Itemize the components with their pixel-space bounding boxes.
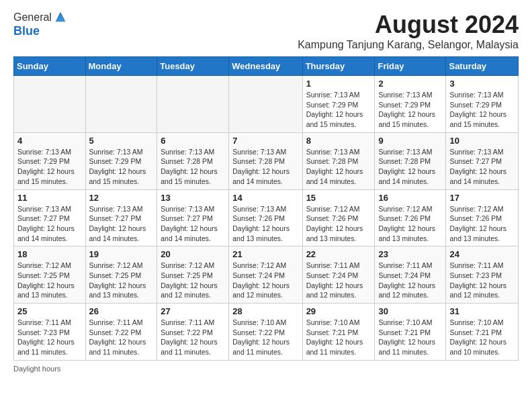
day-info: Sunrise: 7:12 AMSunset: 7:25 PMDaylight:… [17,261,82,300]
table-row: 21Sunrise: 7:12 AMSunset: 7:24 PMDayligh… [229,246,302,304]
calendar-week-row: 1Sunrise: 7:13 AMSunset: 7:29 PMDaylight… [14,76,519,133]
day-number: 6 [161,136,225,146]
day-number: 8 [306,136,371,146]
table-row: 29Sunrise: 7:10 AMSunset: 7:21 PMDayligh… [302,304,375,361]
table-row: 22Sunrise: 7:11 AMSunset: 7:24 PMDayligh… [302,246,375,304]
day-info: Sunrise: 7:13 AMSunset: 7:27 PMDaylight:… [161,204,225,244]
day-number: 5 [89,136,154,146]
day-info: Sunrise: 7:10 AMSunset: 7:21 PMDaylight:… [378,318,442,357]
day-info: Sunrise: 7:11 AMSunset: 7:22 PMDaylight:… [161,318,225,357]
table-row: 3Sunrise: 7:13 AMSunset: 7:29 PMDaylight… [446,76,519,133]
footer-note: Daylight hours [13,365,519,373]
table-row: 15Sunrise: 7:12 AMSunset: 7:26 PMDayligh… [302,189,375,246]
day-info: Sunrise: 7:12 AMSunset: 7:25 PMDaylight:… [89,261,154,300]
day-number: 1 [306,79,371,89]
col-wednesday: Wednesday [229,57,302,76]
day-info: Sunrise: 7:11 AMSunset: 7:24 PMDaylight:… [378,261,442,300]
day-info: Sunrise: 7:11 AMSunset: 7:22 PMDaylight:… [89,318,154,357]
day-info: Sunrise: 7:13 AMSunset: 7:28 PMDaylight:… [161,147,225,187]
table-row: 13Sunrise: 7:13 AMSunset: 7:27 PMDayligh… [157,189,229,246]
logo-icon [53,9,68,24]
calendar-subtitle: Kampung Tanjung Karang, Selangor, Malays… [298,39,519,51]
day-number: 16 [378,193,442,203]
table-row: 30Sunrise: 7:10 AMSunset: 7:21 PMDayligh… [375,304,446,361]
day-number: 4 [17,136,82,146]
day-info: Sunrise: 7:13 AMSunset: 7:29 PMDaylight:… [89,147,154,187]
calendar-week-row: 18Sunrise: 7:12 AMSunset: 7:25 PMDayligh… [14,246,519,304]
table-row: 31Sunrise: 7:10 AMSunset: 7:21 PMDayligh… [446,304,519,361]
day-number: 20 [161,249,225,259]
logo: General Blue [13,11,68,38]
table-row: 23Sunrise: 7:11 AMSunset: 7:24 PMDayligh… [375,246,446,304]
svg-marker-1 [56,14,66,21]
day-info: Sunrise: 7:12 AMSunset: 7:26 PMDaylight:… [306,204,371,244]
day-number: 18 [17,249,82,259]
day-info: Sunrise: 7:12 AMSunset: 7:26 PMDaylight:… [378,204,442,244]
calendar-title: August 2024 [298,11,519,39]
day-info: Sunrise: 7:13 AMSunset: 7:29 PMDaylight:… [378,90,442,130]
day-number: 22 [306,249,371,259]
table-row: 19Sunrise: 7:12 AMSunset: 7:25 PMDayligh… [85,246,157,304]
day-number: 14 [232,193,298,203]
table-row: 17Sunrise: 7:12 AMSunset: 7:26 PMDayligh… [446,189,519,246]
day-number: 28 [232,306,298,316]
day-number: 2 [378,79,442,89]
table-row: 24Sunrise: 7:11 AMSunset: 7:23 PMDayligh… [446,246,519,304]
col-friday: Friday [375,57,446,76]
calendar-week-row: 25Sunrise: 7:11 AMSunset: 7:23 PMDayligh… [14,304,519,361]
day-info: Sunrise: 7:10 AMSunset: 7:21 PMDaylight:… [306,318,371,357]
logo-general-text: General [13,11,52,24]
calendar-week-row: 11Sunrise: 7:13 AMSunset: 7:27 PMDayligh… [14,189,519,246]
day-info: Sunrise: 7:10 AMSunset: 7:22 PMDaylight:… [232,318,298,357]
day-number: 29 [306,306,371,316]
title-section: August 2024 Kampung Tanjung Karang, Sela… [298,11,519,51]
table-row: 2Sunrise: 7:13 AMSunset: 7:29 PMDaylight… [375,76,446,133]
table-row: 12Sunrise: 7:13 AMSunset: 7:27 PMDayligh… [85,189,157,246]
day-number: 30 [378,306,442,316]
day-info: Sunrise: 7:12 AMSunset: 7:25 PMDaylight:… [161,261,225,300]
day-number: 25 [17,306,82,316]
day-number: 15 [306,193,371,203]
day-number: 26 [89,306,154,316]
daylight-label: Daylight hours [13,365,60,373]
col-saturday: Saturday [446,57,519,76]
day-info: Sunrise: 7:10 AMSunset: 7:21 PMDaylight:… [449,318,515,357]
table-row: 7Sunrise: 7:13 AMSunset: 7:28 PMDaylight… [229,132,302,189]
table-row [14,76,86,133]
table-row: 8Sunrise: 7:13 AMSunset: 7:28 PMDaylight… [302,132,375,189]
table-row: 28Sunrise: 7:10 AMSunset: 7:22 PMDayligh… [229,304,302,361]
day-number: 7 [232,136,298,146]
col-tuesday: Tuesday [157,57,229,76]
calendar-week-row: 4Sunrise: 7:13 AMSunset: 7:29 PMDaylight… [14,132,519,189]
day-number: 23 [378,249,442,259]
day-info: Sunrise: 7:11 AMSunset: 7:23 PMDaylight:… [17,318,82,357]
day-number: 11 [17,193,82,203]
day-info: Sunrise: 7:13 AMSunset: 7:28 PMDaylight:… [306,147,371,187]
day-info: Sunrise: 7:13 AMSunset: 7:26 PMDaylight:… [232,204,298,244]
day-number: 17 [449,193,515,203]
day-number: 21 [232,249,298,259]
day-number: 3 [449,79,515,89]
day-info: Sunrise: 7:13 AMSunset: 7:28 PMDaylight:… [378,147,442,187]
table-row: 11Sunrise: 7:13 AMSunset: 7:27 PMDayligh… [14,189,86,246]
day-number: 9 [378,136,442,146]
table-row: 14Sunrise: 7:13 AMSunset: 7:26 PMDayligh… [229,189,302,246]
table-row: 20Sunrise: 7:12 AMSunset: 7:25 PMDayligh… [157,246,229,304]
day-number: 27 [161,306,225,316]
day-info: Sunrise: 7:12 AMSunset: 7:24 PMDaylight:… [232,261,298,300]
table-row: 9Sunrise: 7:13 AMSunset: 7:28 PMDaylight… [375,132,446,189]
day-number: 31 [449,306,515,316]
day-info: Sunrise: 7:13 AMSunset: 7:29 PMDaylight:… [306,90,371,130]
table-row: 5Sunrise: 7:13 AMSunset: 7:29 PMDaylight… [85,132,157,189]
day-number: 12 [89,193,154,203]
table-row [157,76,229,133]
day-info: Sunrise: 7:11 AMSunset: 7:24 PMDaylight:… [306,261,371,300]
table-row [85,76,157,133]
col-sunday: Sunday [14,57,86,76]
day-info: Sunrise: 7:13 AMSunset: 7:27 PMDaylight:… [17,204,82,244]
day-info: Sunrise: 7:13 AMSunset: 7:27 PMDaylight:… [449,147,515,187]
calendar-table: Sunday Monday Tuesday Wednesday Thursday… [13,56,519,361]
table-row [229,76,302,133]
day-number: 10 [449,136,515,146]
day-number: 13 [161,193,225,203]
